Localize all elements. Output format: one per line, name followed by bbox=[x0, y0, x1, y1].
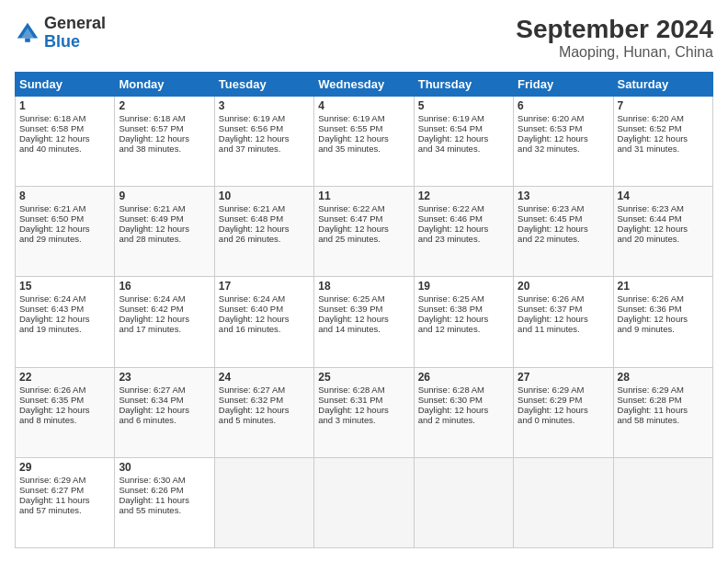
logo-blue: Blue bbox=[44, 32, 80, 51]
table-row: 1 Sunrise: 6:18 AMSunset: 6:58 PMDayligh… bbox=[16, 97, 713, 187]
day-sep16: 16 Sunrise: 6:24 AMSunset: 6:42 PMDaylig… bbox=[115, 277, 214, 367]
day-sep5: 5 Sunrise: 6:19 AMSunset: 6:54 PMDayligh… bbox=[414, 97, 513, 187]
logo-general: General bbox=[44, 14, 106, 32]
calendar-table: Sunday Monday Tuesday Wednesday Thursday… bbox=[15, 72, 713, 548]
header: General Blue September 2024 Maoping, Hun… bbox=[15, 15, 713, 61]
day-sep9: 9 Sunrise: 6:21 AMSunset: 6:49 PMDayligh… bbox=[115, 187, 214, 277]
day-sep1: 1 Sunrise: 6:18 AMSunset: 6:58 PMDayligh… bbox=[16, 97, 115, 187]
table-row: 15 Sunrise: 6:24 AMSunset: 6:43 PMDaylig… bbox=[16, 277, 713, 367]
col-saturday: Saturday bbox=[613, 73, 712, 97]
table-row: 22 Sunrise: 6:26 AMSunset: 6:35 PMDaylig… bbox=[16, 367, 713, 457]
col-tuesday: Tuesday bbox=[214, 73, 313, 97]
day-sep14: 14 Sunrise: 6:23 AMSunset: 6:44 PMDaylig… bbox=[613, 187, 712, 277]
empty-cell-5 bbox=[613, 457, 712, 547]
day-sep12: 12 Sunrise: 6:22 AMSunset: 6:46 PMDaylig… bbox=[414, 187, 513, 277]
day-sep22: 22 Sunrise: 6:26 AMSunset: 6:35 PMDaylig… bbox=[16, 367, 115, 457]
empty-cell-2 bbox=[314, 457, 414, 547]
col-monday: Monday bbox=[115, 73, 214, 97]
day-sep7: 7 Sunrise: 6:20 AMSunset: 6:52 PMDayligh… bbox=[613, 97, 712, 187]
day-sep28: 28 Sunrise: 6:29 AMSunset: 6:28 PMDaylig… bbox=[613, 367, 712, 457]
day-sep13: 13 Sunrise: 6:23 AMSunset: 6:45 PMDaylig… bbox=[514, 187, 613, 277]
day-sep29: 29 Sunrise: 6:29 AMSunset: 6:27 PMDaylig… bbox=[16, 457, 115, 547]
empty-cell-4 bbox=[514, 457, 613, 547]
day-sep8: 8 Sunrise: 6:21 AMSunset: 6:50 PMDayligh… bbox=[16, 187, 115, 277]
col-wednesday: Wednesday bbox=[314, 73, 414, 97]
day-sep3: 3 Sunrise: 6:19 AMSunset: 6:56 PMDayligh… bbox=[214, 97, 313, 187]
day-sep18: 18 Sunrise: 6:25 AMSunset: 6:39 PMDaylig… bbox=[314, 277, 414, 367]
day-sep2: 2 Sunrise: 6:18 AMSunset: 6:57 PMDayligh… bbox=[115, 97, 214, 187]
logo-icon bbox=[15, 20, 40, 46]
day-sep11: 11 Sunrise: 6:22 AMSunset: 6:47 PMDaylig… bbox=[314, 187, 414, 277]
title-block: September 2024 Maoping, Hunan, China bbox=[516, 15, 713, 61]
day-sep17: 17 Sunrise: 6:24 AMSunset: 6:40 PMDaylig… bbox=[214, 277, 313, 367]
day-sep27: 27 Sunrise: 6:29 AMSunset: 6:29 PMDaylig… bbox=[514, 367, 613, 457]
day-sep30: 30 Sunrise: 6:30 AMSunset: 6:26 PMDaylig… bbox=[115, 457, 214, 547]
day-sep25: 25 Sunrise: 6:28 AMSunset: 6:31 PMDaylig… bbox=[314, 367, 414, 457]
col-friday: Friday bbox=[514, 73, 613, 97]
table-row: 29 Sunrise: 6:29 AMSunset: 6:27 PMDaylig… bbox=[16, 457, 713, 547]
calendar-header-row: Sunday Monday Tuesday Wednesday Thursday… bbox=[16, 73, 713, 97]
day-sep6: 6 Sunrise: 6:20 AMSunset: 6:53 PMDayligh… bbox=[514, 97, 613, 187]
day-sep21: 21 Sunrise: 6:26 AMSunset: 6:36 PMDaylig… bbox=[613, 277, 712, 367]
day-sep19: 19 Sunrise: 6:25 AMSunset: 6:38 PMDaylig… bbox=[414, 277, 513, 367]
table-row: 8 Sunrise: 6:21 AMSunset: 6:50 PMDayligh… bbox=[16, 187, 713, 277]
col-sunday: Sunday bbox=[16, 73, 115, 97]
day-sep20: 20 Sunrise: 6:26 AMSunset: 6:37 PMDaylig… bbox=[514, 277, 613, 367]
day-sep26: 26 Sunrise: 6:28 AMSunset: 6:30 PMDaylig… bbox=[414, 367, 513, 457]
empty-cell-1 bbox=[214, 457, 313, 547]
day-sep23: 23 Sunrise: 6:27 AMSunset: 6:34 PMDaylig… bbox=[115, 367, 214, 457]
page-title: September 2024 bbox=[516, 15, 713, 44]
day-sep4: 4 Sunrise: 6:19 AMSunset: 6:55 PMDayligh… bbox=[314, 97, 414, 187]
page: General Blue September 2024 Maoping, Hun… bbox=[0, 0, 728, 563]
col-thursday: Thursday bbox=[414, 73, 513, 97]
day-sep15: 15 Sunrise: 6:24 AMSunset: 6:43 PMDaylig… bbox=[16, 277, 115, 367]
page-subtitle: Maoping, Hunan, China bbox=[516, 44, 713, 61]
logo-text: General Blue bbox=[44, 15, 106, 52]
empty-cell-3 bbox=[414, 457, 513, 547]
day-sep24: 24 Sunrise: 6:27 AMSunset: 6:32 PMDaylig… bbox=[214, 367, 313, 457]
day-sep10: 10 Sunrise: 6:21 AMSunset: 6:48 PMDaylig… bbox=[214, 187, 313, 277]
svg-rect-2 bbox=[25, 38, 30, 41]
logo: General Blue bbox=[15, 15, 106, 52]
